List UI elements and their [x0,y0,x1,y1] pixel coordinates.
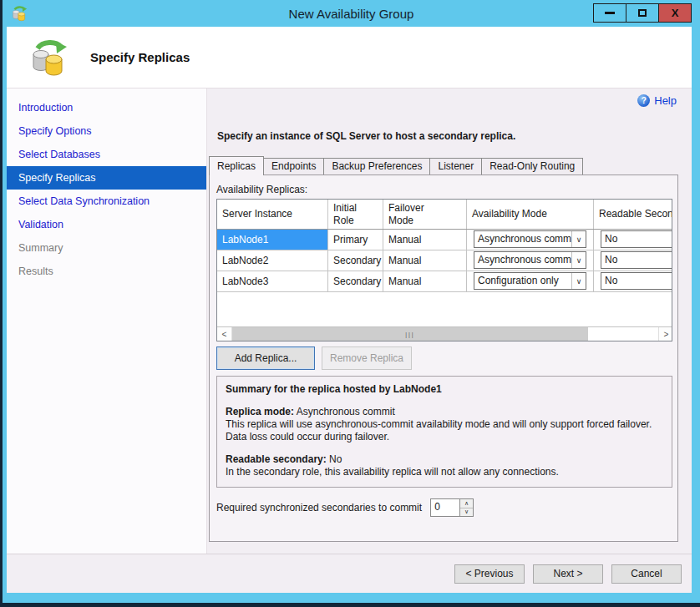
sidebar-item-summary: Summary [7,236,206,260]
tab-read-only-routing[interactable]: Read-Only Routing [481,158,583,175]
sidebar-item-results: Results [7,260,206,283]
sidebar-item-select-data-synchronization[interactable]: Select Data Synchronization [7,190,206,213]
chevron-down-icon[interactable]: ∨ [571,252,586,268]
grid-header-row: Server Instance Initial Role Failover Mo… [217,200,672,230]
sidebar-item-specify-options[interactable]: Specify Options [7,119,206,143]
cell-initial-role: Secondary [328,250,383,271]
cell-initial-role: Secondary [328,271,383,291]
sidebar-item-introduction[interactable]: Introduction [7,96,206,119]
cell-failover-mode: Manual [383,250,467,271]
help-icon: ? [637,94,650,107]
window-controls: X [594,3,692,23]
tab-endpoints[interactable]: Endpoints [263,158,324,175]
grid-row-labnode2[interactable]: LabNode2 Secondary Manual Asynchronous c… [217,250,672,271]
help-label: Help [654,94,677,107]
close-button[interactable]: X [658,3,692,23]
cell-availability-mode: Configuration only ∨ [467,271,594,291]
sidebar-item-specify-replicas[interactable]: Specify Replicas [7,166,206,190]
cell-readable-secondary: No [594,250,672,271]
cell-server-instance[interactable]: LabNode1 [217,230,328,250]
cancel-button[interactable]: Cancel [611,564,682,584]
replica-mode-description: This replica will use asynchronous-commi… [226,418,663,443]
readable-secondary-line: Readable secondary: No [226,453,663,466]
sidebar-item-select-databases[interactable]: Select Databases [7,143,206,166]
minimize-button[interactable] [593,3,626,23]
stepper-arrows: ∧ ∨ [459,499,473,516]
cell-availability-mode: Asynchronous commit ∨ [467,230,594,250]
cell-initial-role: Primary [328,230,383,250]
grid-row-labnode1[interactable]: LabNode1 Primary Manual Asynchronous com… [217,230,672,250]
scrollbar-thumb[interactable]: ||| [232,327,588,341]
readable-secondary-description: In the secondary role, this availability… [226,466,663,478]
required-secondaries-row: Required synchronized secondaries to com… [216,498,671,517]
availability-mode-dropdown[interactable]: Asynchronous commit ∨ [474,251,586,269]
chevron-down-icon[interactable]: ∨ [571,231,586,247]
chevron-down-icon[interactable]: ∨ [571,273,586,289]
cell-failover-mode: Manual [383,230,467,250]
required-secondaries-label: Required synchronized secondaries to com… [216,502,422,513]
spin-down-button[interactable]: ∨ [460,508,473,517]
column-header-server-instance[interactable]: Server Instance [217,200,328,229]
wizard-steps-sidebar: Introduction Specify Options Select Data… [7,89,207,554]
scroll-right-button[interactable]: > [658,327,672,341]
availability-mode-dropdown[interactable]: Configuration only ∨ [474,272,586,290]
stepper-value[interactable]: 0 [431,499,459,516]
readable-secondary-dropdown[interactable]: No [601,272,672,290]
sidebar-item-validation[interactable]: Validation [7,213,206,236]
readable-secondary-dropdown[interactable]: No [601,230,672,248]
window: New Availability Group X Specify Replica… [3,0,700,603]
replica-buttons-row: Add Replica... Remove Replica [216,346,671,370]
readable-secondary-dropdown[interactable]: No [601,251,672,269]
add-replica-button[interactable]: Add Replica... [216,346,315,370]
column-header-initial-role[interactable]: Initial Role [328,200,383,229]
grid-row-labnode3[interactable]: LabNode3 Secondary Manual Configuration … [217,271,672,292]
cell-server-instance[interactable]: LabNode3 [217,271,328,291]
scrollbar-track[interactable] [588,327,658,341]
column-header-failover-mode[interactable]: Failover Mode [383,200,467,229]
maximize-button[interactable] [626,3,659,23]
column-header-readable-secondary[interactable]: Readable Secondary [594,200,672,229]
page-title: Specify Replicas [90,50,190,64]
cell-availability-mode: Asynchronous commit ∨ [467,250,594,271]
dialog: Specify Replicas Introduction Specify Op… [7,27,692,593]
scroll-left-button[interactable]: < [217,327,232,341]
replicas-database-icon [28,38,68,78]
availability-mode-dropdown[interactable]: Asynchronous commit ∨ [474,230,586,248]
cell-failover-mode: Manual [383,271,467,291]
wizard-body: Introduction Specify Options Select Data… [7,89,692,554]
next-button[interactable]: Next > [533,564,603,584]
instruction-text: Specify an instance of SQL Server to hos… [217,130,515,142]
replica-mode-line: Replica mode: Asynchronous commit [226,406,663,418]
horizontal-scrollbar[interactable]: < ||| > [217,326,672,341]
maximize-icon [638,9,647,17]
availability-replicas-label: Availability Replicas: [216,184,671,195]
close-icon: X [672,7,679,19]
previous-button[interactable]: < Previous [454,564,525,584]
tab-replicas[interactable]: Replicas [209,156,264,175]
minimize-icon [605,12,615,14]
column-header-availability-mode[interactable]: Availability Mode [467,200,594,229]
cell-readable-secondary: No [594,230,672,250]
grid-empty-area [217,292,672,326]
availability-replicas-grid: Server Instance Initial Role Failover Mo… [216,199,672,341]
wizard-header: Specify Replicas [7,27,692,89]
replicas-tab-pane: Availability Replicas: Server Instance I… [209,175,678,542]
help-link[interactable]: ? Help [637,94,677,107]
tab-strip: Replicas Endpoints Backup Preferences Li… [209,156,582,175]
wizard-footer: < Previous Next > Cancel [7,554,692,593]
summary-title: Summary for the replica hosted by LabNod… [226,383,663,396]
tab-listener[interactable]: Listener [429,158,482,175]
cell-readable-secondary: No [594,271,672,291]
cell-server-instance[interactable]: LabNode2 [217,250,328,271]
spin-up-button[interactable]: ∧ [460,499,473,508]
wizard-content: ? Help Specify an instance of SQL Server… [207,89,692,554]
required-secondaries-stepper[interactable]: 0 ∧ ∨ [430,498,474,517]
tab-backup-preferences[interactable]: Backup Preferences [323,158,430,175]
titlebar: New Availability Group X [3,0,700,27]
grid-scroll-region: Server Instance Initial Role Failover Mo… [217,200,672,326]
replica-summary-panel: Summary for the replica hosted by LabNod… [216,376,672,488]
remove-replica-button: Remove Replica [322,346,412,370]
